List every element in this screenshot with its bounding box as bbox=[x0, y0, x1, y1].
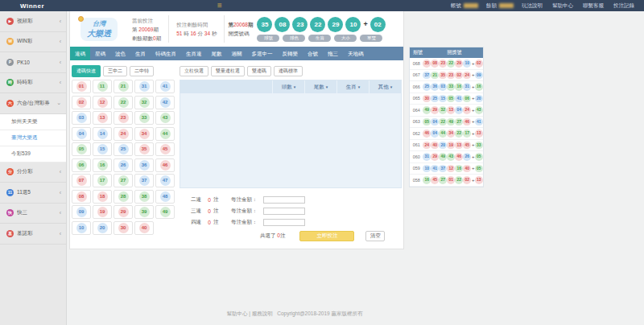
view-pill[interactable]: 大小 bbox=[334, 35, 357, 42]
number-cell[interactable]: 41 bbox=[155, 80, 175, 93]
number-cell[interactable]: 20 bbox=[93, 221, 112, 235]
sidebar-subitem[interactable]: 今彩539 bbox=[0, 146, 66, 162]
number-cell[interactable]: 30 bbox=[114, 221, 133, 235]
view-pill[interactable]: 生肖 bbox=[308, 35, 331, 42]
view-pill[interactable]: 球號 bbox=[257, 35, 279, 42]
number-cell[interactable]: 46 bbox=[155, 158, 175, 172]
topbar-link[interactable]: 投注記錄 bbox=[613, 2, 634, 10]
menu-icon[interactable]: ≡ bbox=[217, 1, 222, 10]
number-cell[interactable]: 07 bbox=[72, 174, 91, 187]
number-cell[interactable]: 12 bbox=[93, 96, 112, 109]
play-tab[interactable]: 生肖 bbox=[130, 47, 151, 60]
number-cell[interactable]: 40 bbox=[134, 221, 154, 235]
topbar-link[interactable]: 聯繫客服 bbox=[583, 2, 604, 10]
number-cell[interactable]: 27 bbox=[114, 174, 133, 187]
number-cell[interactable]: 23 bbox=[114, 111, 133, 125]
amount-input[interactable] bbox=[263, 219, 305, 226]
sub-play-button[interactable]: 雙量連柱選 bbox=[211, 66, 245, 76]
play-tab[interactable]: 尾數 bbox=[207, 47, 227, 60]
topbar-link[interactable]: 幫助中心 bbox=[552, 2, 573, 10]
play-tab[interactable]: 波色 bbox=[110, 47, 130, 60]
number-cell[interactable]: 24 bbox=[114, 127, 133, 141]
number-cell[interactable]: 39 bbox=[134, 205, 154, 219]
sub-play-button[interactable]: 連碼快速 bbox=[72, 65, 101, 77]
number-cell[interactable]: 49 bbox=[155, 205, 175, 219]
number-cell[interactable]: 47 bbox=[155, 174, 175, 187]
number-cell[interactable]: 19 bbox=[93, 205, 112, 219]
number-cell[interactable]: 10 bbox=[72, 221, 91, 235]
number-cell[interactable]: 43 bbox=[155, 111, 175, 125]
filter-dropdown[interactable]: 頭數▾ bbox=[272, 80, 304, 93]
sidebar-subitem[interactable]: 臺灣大樂透 bbox=[0, 130, 66, 146]
amount-input[interactable] bbox=[263, 208, 305, 215]
sub-play-button[interactable]: 三中二 bbox=[103, 66, 127, 76]
view-pill[interactable]: 單雙 bbox=[360, 35, 382, 42]
play-tab[interactable]: 生肖連 bbox=[181, 47, 207, 60]
sub-play-button[interactable]: 連碼標準 bbox=[274, 66, 303, 76]
sidebar-item[interactable]: PPK10‹ bbox=[0, 52, 66, 73]
play-tab[interactable]: 多選中一 bbox=[247, 47, 278, 60]
number-cell[interactable]: 31 bbox=[134, 80, 154, 93]
number-cell[interactable]: 09 bbox=[72, 205, 91, 219]
number-cell[interactable]: 11 bbox=[93, 80, 112, 93]
play-tab[interactable]: 連碼 bbox=[70, 47, 90, 60]
number-cell[interactable]: 42 bbox=[155, 96, 175, 109]
number-cell[interactable]: 48 bbox=[155, 190, 175, 204]
play-tab[interactable]: 合號 bbox=[303, 47, 323, 60]
amount-input[interactable] bbox=[263, 196, 305, 204]
filter-dropdown[interactable]: 其他▾ bbox=[369, 80, 401, 93]
number-cell[interactable]: 36 bbox=[134, 158, 154, 172]
number-cell[interactable]: 32 bbox=[134, 96, 154, 109]
number-cell[interactable]: 29 bbox=[114, 205, 133, 219]
number-cell[interactable]: 14 bbox=[93, 127, 112, 141]
number-cell[interactable]: 34 bbox=[134, 127, 154, 141]
number-cell[interactable]: 06 bbox=[72, 158, 91, 172]
play-tab[interactable]: 特碼生肖 bbox=[151, 47, 181, 60]
number-cell[interactable]: 21 bbox=[114, 80, 133, 93]
clear-button[interactable]: 清空 bbox=[365, 231, 385, 241]
number-cell[interactable]: 18 bbox=[93, 190, 112, 204]
submit-bet-button[interactable]: 立即投注 bbox=[299, 231, 354, 241]
sidebar-item[interactable]: 時時時彩‹ bbox=[0, 73, 66, 94]
number-cell[interactable]: 44 bbox=[155, 127, 175, 141]
number-cell[interactable]: 22 bbox=[114, 96, 133, 109]
play-tab[interactable]: 反轉樂 bbox=[278, 47, 303, 60]
filter-dropdown[interactable]: 生肖▾ bbox=[336, 80, 369, 93]
number-cell[interactable]: 08 bbox=[72, 190, 91, 204]
play-tab[interactable]: 過關 bbox=[227, 47, 247, 60]
number-cell[interactable]: 16 bbox=[93, 158, 112, 172]
number-cell[interactable]: 05 bbox=[72, 142, 91, 156]
sub-play-button[interactable]: 立柱快選 bbox=[180, 66, 208, 76]
number-cell[interactable]: 37 bbox=[134, 174, 154, 187]
number-cell[interactable]: 26 bbox=[114, 158, 133, 172]
number-cell[interactable]: 25 bbox=[114, 142, 133, 156]
number-cell[interactable]: 28 bbox=[114, 190, 133, 204]
number-cell[interactable]: 33 bbox=[134, 111, 154, 125]
footer-links[interactable]: 幫助中心 | 服務說明 bbox=[226, 311, 272, 316]
number-cell[interactable]: 03 bbox=[72, 111, 91, 125]
number-cell[interactable]: 01 bbox=[72, 80, 91, 93]
sidebar-item[interactable]: WWIN彩‹ bbox=[0, 32, 66, 53]
filter-dropdown[interactable]: 尾數▾ bbox=[304, 80, 336, 93]
play-tab[interactable]: 拖三 bbox=[323, 47, 343, 60]
sidebar-item[interactable]: ▶視頻彩‹ bbox=[0, 11, 66, 32]
sidebar-item[interactable]: 基基諾彩‹ bbox=[0, 224, 66, 245]
number-cell[interactable]: 13 bbox=[93, 111, 112, 125]
number-cell[interactable]: 35 bbox=[134, 142, 154, 156]
sidebar-item[interactable]: 快快三‹ bbox=[0, 204, 66, 224]
sub-play-button[interactable]: 二中特 bbox=[130, 66, 154, 76]
sidebar-subitem[interactable]: 加州天天樂 bbox=[0, 114, 66, 130]
view-pill[interactable]: 球色 bbox=[283, 35, 305, 42]
number-cell[interactable]: 38 bbox=[134, 190, 154, 204]
sidebar-item[interactable]: 六六合/台灣彩券⌄ bbox=[0, 93, 66, 114]
number-cell[interactable]: 17 bbox=[93, 174, 112, 187]
sub-play-button[interactable]: 雙連碼 bbox=[247, 66, 271, 76]
number-cell[interactable]: 04 bbox=[72, 127, 91, 141]
topbar-link[interactable]: 玩法說明 bbox=[522, 2, 543, 10]
play-tab[interactable]: 天地碼 bbox=[343, 47, 369, 60]
number-cell[interactable]: 45 bbox=[155, 142, 175, 156]
number-cell[interactable]: 15 bbox=[93, 142, 112, 156]
brand-logo[interactable]: Winner bbox=[20, 2, 44, 10]
number-cell[interactable]: 02 bbox=[72, 96, 91, 109]
play-tab[interactable]: 星碼 bbox=[90, 47, 110, 60]
